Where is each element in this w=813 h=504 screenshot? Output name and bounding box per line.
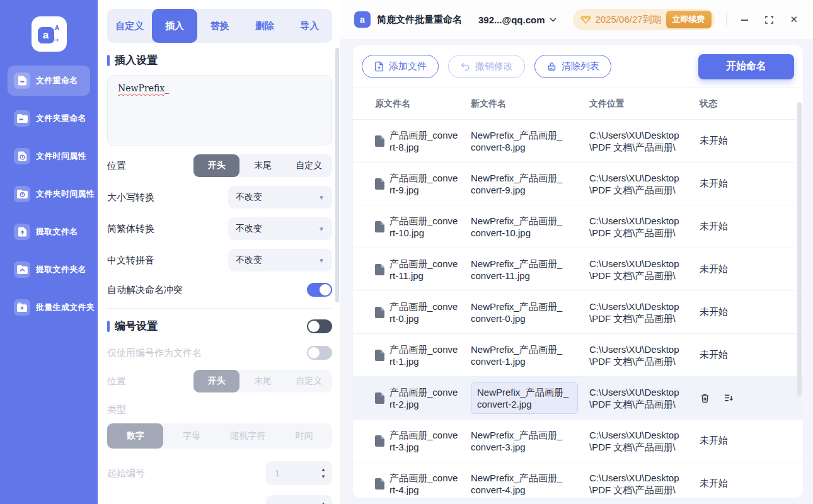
add-files-button[interactable]: 添加文件 [362,55,439,78]
numbering-position-label: 位置 [107,375,126,387]
segment-option-2[interactable]: 自定义 [286,370,332,392]
sidebar-item-extract-file-name[interactable]: 提取文件名 [8,217,90,247]
row-status: 未开始 [700,220,803,232]
file-clock-icon [14,148,30,164]
tab-custom[interactable]: 自定义 [107,9,152,43]
move-row-icon[interactable] [723,392,735,403]
file-location: C:\Users\XU\Desktop\PDF 文档\产品画册\ [589,301,685,324]
stepper-arrows-icon[interactable]: ▲▼ [321,501,326,504]
tab-insert[interactable]: 插入 [152,9,197,43]
sidebar-item-label: 提取文件夹名 [36,264,86,275]
segment-option-1[interactable]: 字母 [163,423,219,449]
start-rename-button[interactable]: 开始命名 [698,54,794,79]
sidebar: a A ↩ 文件重命名 文件夹重命名 文件时间属性 文件夹时间属性 提取文件名 … [0,0,98,504]
file-icon [375,478,384,490]
broom-icon [546,61,557,72]
table-row[interactable]: 产品画册_convert-11.jpg NewPrefix_产品画册_conve… [353,248,803,291]
table-row[interactable]: 产品画册_convert-8.jpg NewPrefix_产品画册_conver… [353,120,803,163]
file-icon [375,307,384,318]
new-filename[interactable]: NewPrefix_产品画册_convert-1.jpg [471,343,565,367]
pinyin-convert-label: 中文转拼音 [107,255,154,266]
numbering-settings-title: 编号设置 [115,319,307,333]
logo-letter-a: a [38,27,54,43]
segment-option-1[interactable]: 末尾 [239,370,285,392]
new-filename[interactable]: NewPrefix_产品画册_convert-3.jpg [471,429,565,453]
vip-icon [580,15,591,25]
pinyin-convert-select[interactable]: 不改变 ▼ [228,249,332,272]
table-row[interactable]: 产品画册_convert-4.jpg NewPrefix_产品画册_conver… [353,462,803,498]
new-filename[interactable]: NewPrefix_产品画册_convert-11.jpg [471,258,565,282]
new-filename[interactable]: NewPrefix_产品画册_convert-8.jpg [471,129,565,153]
original-filename: 产品画册_convert-11.jpg [389,258,460,282]
delete-row-icon[interactable] [700,392,710,404]
settings-scrollbar[interactable] [335,48,339,302]
table-row[interactable]: 产品画册_convert-3.jpg NewPrefix_产品画册_conver… [353,420,803,462]
undo-button[interactable]: 撤销修改 [448,55,525,78]
table-row[interactable]: 产品画册_convert-0.jpg NewPrefix_产品画册_conver… [353,291,803,334]
segment-option-0[interactable]: 数字 [107,423,163,449]
insert-position-segment: 开头末尾自定义 [193,154,332,177]
maximize-button[interactable] [765,16,773,24]
tab-import[interactable]: 导入 [287,9,332,43]
segment-option-0[interactable]: 开头 [193,154,239,177]
file-icon [375,435,384,447]
case-convert-select[interactable]: 不改变 ▼ [228,186,332,209]
new-filename[interactable]: NewPrefix_产品画册_convert-2.jpg [471,382,578,414]
header-original-name: 原文件名 [375,98,471,110]
segment-option-3[interactable]: 时间 [276,423,332,449]
folder-extract-icon [14,261,30,278]
segment-option-2[interactable]: 自定义 [286,154,332,177]
file-location: C:\Users\XU\Desktop\PDF 文档\产品画册\ [589,343,685,367]
new-filename[interactable]: NewPrefix_产品画册_convert-0.jpg [471,301,565,324]
table-row[interactable]: 产品画册_convert-2.jpg NewPrefix_产品画册_conver… [353,377,803,420]
table-row[interactable]: 产品画册_convert-9.jpg NewPrefix_产品画册_conver… [353,163,803,205]
tab-replace[interactable]: 替换 [197,9,242,43]
segment-option-1[interactable]: 末尾 [239,154,285,177]
table-scrollbar[interactable] [797,102,802,396]
sidebar-item-file-time[interactable]: 文件时间属性 [8,141,90,171]
folder-plus-icon [14,299,30,316]
only-number-toggle[interactable] [307,346,332,360]
start-number-stepper[interactable]: 1 ▲▼ [266,461,332,485]
row-status: 未开始 [700,349,803,361]
file-location: C:\Users\XU\Desktop\PDF 文档\产品画册\ [589,258,685,282]
stepper-arrows-icon[interactable]: ▲▼ [321,467,326,479]
file-location: C:\Users\XU\Desktop\PDF 文档\产品画册\ [589,215,685,239]
partial-stepper[interactable]: ▲▼ [266,495,332,504]
file-location: C:\Users\XU\Desktop\PDF 文档\产品画册\ [589,429,685,453]
minimize-button[interactable] [741,16,749,24]
tab-delete[interactable]: 删除 [242,9,287,43]
chevron-down-icon [550,18,556,22]
row-status: 未开始 [700,306,803,318]
file-icon [375,135,384,147]
table-row[interactable]: 产品画册_convert-10.jpg NewPrefix_产品画册_conve… [353,205,803,248]
segment-option-2[interactable]: 随机字符 [220,423,276,449]
new-filename[interactable]: NewPrefix_产品画册_convert-10.jpg [471,215,565,239]
sidebar-item-label: 文件夹时间属性 [36,188,95,200]
conflict-toggle[interactable] [307,283,332,297]
folder-clock-icon [14,186,30,202]
sidebar-item-file-rename[interactable]: 文件重命名 [8,66,90,96]
sidebar-item-extract-folder-name[interactable]: 提取文件夹名 [8,255,90,285]
account-menu[interactable]: 392...@qq.com [478,14,556,25]
toolbar: 添加文件 撤销修改 清除列表 开始命名 [353,45,803,88]
conflict-label: 自动解决命名冲突 [107,284,183,296]
insert-text-input[interactable]: NewPrefix_ [107,75,332,146]
table-row[interactable]: 产品画册_convert-1.jpg NewPrefix_产品画册_conver… [353,334,803,377]
clear-list-button[interactable]: 清除列表 [534,55,611,78]
close-button[interactable]: ✕ [790,14,798,25]
new-filename[interactable]: NewPrefix_产品画册_convert-9.jpg [471,172,565,196]
dropdown-caret-icon: ▼ [318,194,325,201]
new-filename[interactable]: NewPrefix_产品画册_convert-4.jpg [471,472,565,496]
sidebar-item-folder-rename[interactable]: 文件夹重命名 [8,103,90,134]
traditional-convert-select[interactable]: 不改变 ▼ [228,217,332,240]
numbering-toggle[interactable] [307,319,332,333]
setting-row-pinyin-convert: 中文转拼音 不改变 ▼ [107,249,332,272]
setting-row-case-convert: 大小写转换 不改变 ▼ [107,186,332,209]
sidebar-item-folder-time[interactable]: 文件夹时间属性 [8,179,90,209]
original-filename: 产品画册_convert-1.jpg [389,343,460,367]
sidebar-item-batch-create-folders[interactable]: 批量生成文件夹 [8,292,90,323]
traditional-convert-label: 简繁体转换 [107,223,154,235]
segment-option-0[interactable]: 开头 [193,370,239,392]
renew-button[interactable]: 立即续费 [666,11,712,28]
